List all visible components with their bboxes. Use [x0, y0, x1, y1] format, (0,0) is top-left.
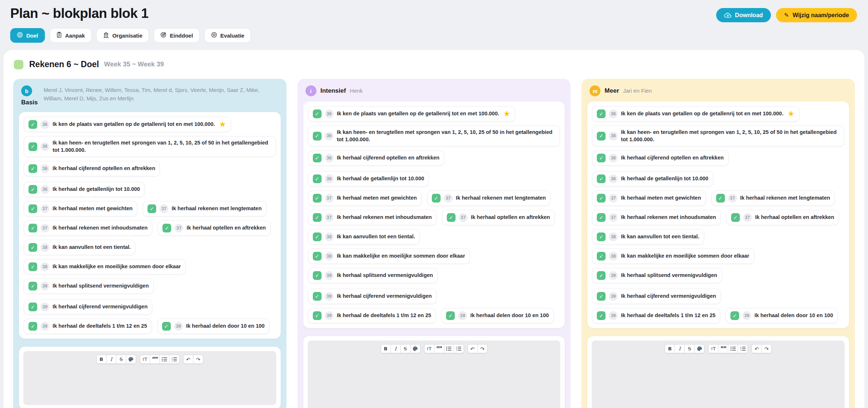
- goal-item[interactable]: ✓37Ik herhaal meten met gewichten: [308, 190, 422, 206]
- goal-checkbox-checked[interactable]: ✓: [28, 204, 37, 213]
- goal-checkbox-checked[interactable]: ✓: [162, 224, 171, 232]
- strikethrough-button[interactable]: S: [684, 344, 695, 353]
- tab-einddoel[interactable]: Einddoel: [154, 28, 199, 43]
- goal-checkbox-checked[interactable]: ✓: [28, 303, 37, 311]
- ordered-list-button[interactable]: 123: [454, 344, 464, 353]
- goal-item[interactable]: ✓36Ik kan heen- en terugtellen met spron…: [24, 136, 276, 157]
- goal-checkbox-checked[interactable]: ✓: [313, 132, 322, 141]
- goal-checkbox-checked[interactable]: ✓: [313, 271, 322, 280]
- notes-textarea[interactable]: BISTT””123↶↷: [308, 340, 561, 408]
- goal-checkbox-checked[interactable]: ✓: [313, 232, 322, 241]
- goal-checkbox-checked[interactable]: ✓: [597, 109, 606, 118]
- goal-item[interactable]: ✓36Ik ken de plaats van getallen op de g…: [24, 117, 231, 132]
- goal-item[interactable]: ✓36Ik herhaal cijferend optellen en aftr…: [308, 150, 444, 166]
- goal-checkbox-checked[interactable]: ✓: [432, 194, 441, 203]
- goal-checkbox-checked[interactable]: ✓: [597, 271, 606, 280]
- goal-checkbox-checked[interactable]: ✓: [597, 194, 606, 203]
- goal-item[interactable]: ✓37Ik herhaal optellen en aftrekken: [726, 210, 839, 225]
- goal-item[interactable]: ✓36Ik herhaal cijferend optellen en aftr…: [592, 150, 728, 166]
- goal-checkbox-checked[interactable]: ✓: [147, 204, 156, 213]
- goal-item[interactable]: ✓37Ik herhaal rekenen met lengtematen: [143, 201, 266, 216]
- goal-checkbox-checked[interactable]: ✓: [716, 194, 725, 203]
- redo-button[interactable]: ↷: [193, 355, 203, 364]
- goal-checkbox-checked[interactable]: ✓: [28, 322, 37, 331]
- italic-button[interactable]: I: [675, 344, 685, 353]
- goal-checkbox-checked[interactable]: ✓: [313, 154, 322, 162]
- goal-checkbox-checked[interactable]: ✓: [597, 292, 606, 301]
- goal-item[interactable]: ✓39Ik herhaal cijferend vermenigvuldigen: [592, 289, 721, 304]
- undo-button[interactable]: ↶: [183, 355, 193, 364]
- goal-item[interactable]: ✓37Ik herhaal rekenen met inhoudsmaten: [308, 210, 437, 225]
- goal-checkbox-checked[interactable]: ✓: [28, 262, 37, 271]
- text-size-button[interactable]: TT: [140, 355, 150, 364]
- undo-button[interactable]: ↶: [468, 344, 478, 353]
- goal-checkbox-checked[interactable]: ✓: [28, 224, 37, 232]
- goal-checkbox-checked[interactable]: ✓: [730, 311, 739, 320]
- ordered-list-button[interactable]: 123: [169, 355, 180, 364]
- goal-item[interactable]: ✓36Ik herhaal cijferend optellen en aftr…: [24, 161, 160, 176]
- strikethrough-button[interactable]: S: [116, 355, 126, 364]
- goal-item[interactable]: ✓38Ik kan aanvullen tot een tiental.: [24, 240, 135, 255]
- goal-item[interactable]: ✓39Ik herhaal de deeltafels 1 t/m 12 en …: [592, 308, 720, 323]
- bullet-list-button[interactable]: [160, 355, 170, 364]
- goal-item[interactable]: ✓36Ik ken de plaats van getallen op de g…: [308, 106, 515, 122]
- goal-checkbox-checked[interactable]: ✓: [28, 282, 37, 290]
- notes-textarea[interactable]: BISTT””123↶↷: [23, 351, 276, 405]
- bold-button[interactable]: B: [96, 355, 107, 364]
- bullet-list-button[interactable]: [444, 344, 454, 353]
- goal-checkbox-checked[interactable]: ✓: [28, 185, 37, 194]
- goal-item[interactable]: ✓37Ik herhaal rekenen met lengtematen: [711, 190, 835, 206]
- goal-item[interactable]: ✓36Ik herhaal de getallenlijn tot 10.000: [592, 171, 713, 186]
- goal-item[interactable]: ✓38Ik kan aanvullen tot een tiental.: [308, 229, 420, 245]
- quote-button[interactable]: ””: [718, 344, 728, 353]
- goal-item[interactable]: ✓39Ik herhaal splitsend vermenigvuldigen: [24, 278, 154, 294]
- text-color-button[interactable]: [126, 355, 136, 364]
- tab-doel[interactable]: Doel: [10, 28, 45, 43]
- quote-button[interactable]: ””: [150, 355, 160, 364]
- goal-item[interactable]: ✓39Ik herhaal cijferend vermenigvuldigen: [308, 289, 437, 304]
- italic-button[interactable]: I: [106, 355, 116, 364]
- edit-name-period-button[interactable]: ✎ Wijzig naam/periode: [776, 8, 857, 22]
- goal-checkbox-checked[interactable]: ✓: [597, 252, 606, 261]
- goal-item[interactable]: ✓37Ik herhaal rekenen met lengtematen: [427, 190, 551, 206]
- tab-aanpak[interactable]: Aanpak: [50, 28, 92, 43]
- strikethrough-button[interactable]: S: [400, 344, 411, 353]
- goal-checkbox-checked[interactable]: ✓: [28, 142, 37, 151]
- goal-item[interactable]: ✓36Ik kan heen- en terugtellen met spron…: [592, 126, 844, 146]
- goal-item[interactable]: ✓37Ik herhaal meten met gewichten: [24, 201, 137, 216]
- text-size-button[interactable]: TT: [708, 344, 718, 353]
- goal-checkbox-checked[interactable]: ✓: [597, 213, 606, 222]
- goal-item[interactable]: ✓39Ik herhaal delen door 10 en 100: [157, 319, 269, 334]
- text-size-button[interactable]: TT: [424, 344, 434, 353]
- goal-item[interactable]: ✓37Ik herhaal optellen en aftrekken: [442, 210, 555, 225]
- goal-checkbox-checked[interactable]: ✓: [597, 154, 606, 162]
- bold-button[interactable]: B: [665, 344, 675, 353]
- goal-item[interactable]: ✓39Ik herhaal de deeltafels 1 t/m 12 en …: [24, 319, 152, 334]
- goal-item[interactable]: ✓37Ik herhaal optellen en aftrekken: [158, 220, 270, 236]
- goal-checkbox-checked[interactable]: ✓: [313, 109, 322, 118]
- goal-checkbox-checked[interactable]: ✓: [28, 243, 37, 252]
- goal-item[interactable]: ✓38Ik kan makkelijke en moeilijke sommen…: [308, 249, 470, 264]
- goal-item[interactable]: ✓36Ik herhaal de getallenlijn tot 10.000: [24, 182, 145, 197]
- bold-button[interactable]: B: [381, 344, 391, 353]
- goal-checkbox-checked[interactable]: ✓: [28, 120, 37, 129]
- goal-checkbox-checked[interactable]: ✓: [447, 213, 456, 222]
- italic-button[interactable]: I: [391, 344, 401, 353]
- goal-item[interactable]: ✓39Ik herhaal de deeltafels 1 t/m 12 en …: [308, 308, 436, 323]
- redo-button[interactable]: ↷: [477, 344, 488, 353]
- bullet-list-button[interactable]: [728, 344, 738, 353]
- goal-item[interactable]: ✓37Ik herhaal rekenen met inhoudsmaten: [592, 210, 721, 225]
- goal-item[interactable]: ✓39Ik herhaal splitsend vermenigvuldigen: [308, 268, 438, 283]
- notes-textarea[interactable]: BISTT””123↶↷: [592, 340, 845, 408]
- download-button[interactable]: Download: [716, 8, 771, 22]
- goal-item[interactable]: ✓39Ik herhaal cijferend vermenigvuldigen: [24, 299, 152, 315]
- goal-checkbox-checked[interactable]: ✓: [28, 164, 37, 173]
- goal-checkbox-checked[interactable]: ✓: [313, 213, 322, 222]
- goal-item[interactable]: ✓39Ik herhaal delen door 10 en 100: [441, 308, 553, 323]
- goal-checkbox-checked[interactable]: ✓: [597, 232, 606, 241]
- goal-item[interactable]: ✓39Ik herhaal splitsend vermenigvuldigen: [592, 268, 722, 283]
- goal-checkbox-checked[interactable]: ✓: [313, 194, 322, 203]
- goal-item[interactable]: ✓36Ik herhaal de getallenlijn tot 10.000: [308, 171, 429, 186]
- goal-checkbox-checked[interactable]: ✓: [731, 213, 740, 222]
- goal-item[interactable]: ✓37Ik herhaal meten met gewichten: [592, 190, 706, 206]
